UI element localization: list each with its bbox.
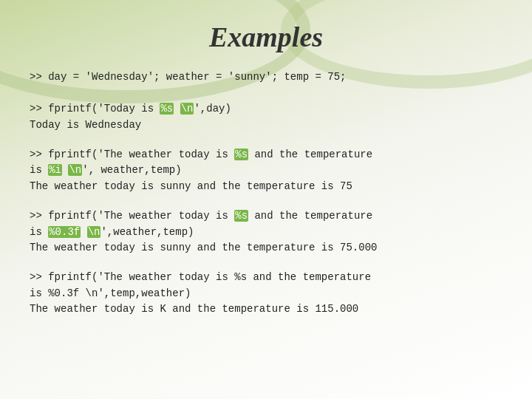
highlight-newline-2: \n bbox=[68, 164, 82, 176]
highlight-percent-f: %0.3f bbox=[48, 226, 81, 238]
output-line: The weather today is sunny and the tempe… bbox=[30, 179, 502, 195]
code-block-2: >> fprintf('The weather today is %s and … bbox=[30, 147, 502, 195]
page-title: Examples bbox=[0, 0, 532, 64]
output-line: The weather today is sunny and the tempe… bbox=[30, 240, 502, 256]
highlight-newline-3: \n bbox=[87, 226, 101, 238]
code-line: >> fprintf('The weather today is %s and … bbox=[30, 208, 502, 225]
code-line: is %i \n', weather,temp) bbox=[30, 163, 502, 179]
highlight-percent-s-3: %s bbox=[234, 210, 248, 222]
highlight-percent-s-2: %s bbox=[234, 149, 248, 160]
code-line: is %0.3f \n',weather,temp) bbox=[30, 225, 502, 241]
output-line: Today is Wednesday bbox=[30, 117, 502, 134]
highlight-percent-s: %s bbox=[160, 103, 174, 115]
code-line: >> day = 'Wednesday'; weather = 'sunny';… bbox=[30, 69, 502, 86]
code-block-3: >> fprintf('The weather today is %s and … bbox=[30, 208, 502, 256]
code-line: >> fprintf('Today is %s \n',day) bbox=[30, 101, 502, 117]
highlight-percent-i: %i bbox=[48, 164, 62, 176]
code-line: is %0.3f \n',temp,weather) bbox=[30, 286, 502, 302]
code-block-1: >> day = 'Wednesday'; weather = 'sunny';… bbox=[30, 69, 502, 134]
code-line: >> fprintf('The weather today is %s and … bbox=[30, 270, 502, 286]
highlight-newline: \n bbox=[180, 103, 194, 115]
code-line: >> fprintf('The weather today is %s and … bbox=[30, 147, 502, 163]
output-line: The weather today is K and the temperatu… bbox=[30, 301, 502, 318]
code-block-4: >> fprintf('The weather today is %s and … bbox=[30, 270, 502, 318]
content-area: >> day = 'Wednesday'; weather = 'sunny';… bbox=[0, 64, 532, 337]
